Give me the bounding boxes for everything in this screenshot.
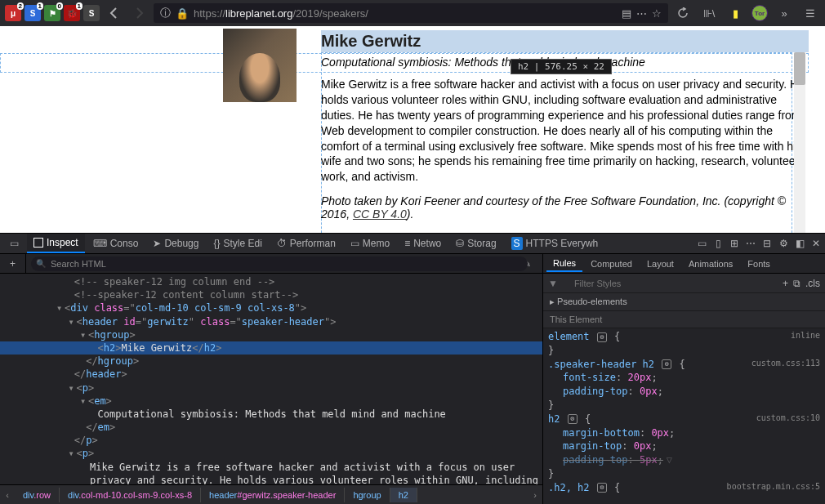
dock-icon[interactable]: ⊟	[761, 238, 773, 249]
info-icon[interactable]: ⓘ	[160, 6, 171, 20]
url-bar[interactable]: ⓘ 🔒 https://libreplanet.org/2019/speaker…	[154, 3, 668, 23]
browser-toolbar: μ2 S1 ⚑0 🐞1 S ⓘ 🔒 https://libreplanet.or…	[0, 0, 825, 26]
add-rule-icon[interactable]: +	[783, 278, 788, 289]
tab-debugger[interactable]: ➤Debugg	[146, 234, 205, 252]
reload-button[interactable]	[673, 3, 693, 23]
license-link[interactable]: CC BY 4.0	[353, 207, 407, 221]
extension-icon[interactable]: ⚑0	[44, 5, 60, 21]
funnel-icon: ▼	[548, 278, 558, 289]
rules-panel: Rules Computed Layout Animations Fonts ▼…	[543, 254, 825, 504]
bookmark-icon[interactable]: ☆	[652, 7, 662, 20]
tab-style-editor[interactable]: {}Style Edi	[207, 234, 268, 252]
library-icon[interactable]: ⊪\	[699, 3, 719, 23]
filter-styles-input[interactable]	[563, 279, 778, 288]
tab-rules[interactable]: Rules	[546, 256, 582, 272]
devtools-icon[interactable]: ▭	[696, 238, 707, 249]
page-actions-icon[interactable]: ⋯	[636, 7, 647, 20]
rules-tabs: Rules Computed Layout Animations Fonts	[543, 254, 825, 274]
overflow-icon[interactable]: »	[774, 3, 794, 23]
breadcrumb-item[interactable]: h2	[390, 488, 417, 502]
breadcrumb-item[interactable]: div.row	[15, 488, 60, 502]
devtools-panel: ▭ Inspect ⌨Conso ➤Debugg {}Style Edi ⏱Pe…	[0, 233, 825, 504]
gear-icon[interactable]: ⚙	[662, 359, 671, 369]
lock-icon: 🔒	[176, 7, 189, 20]
menu-icon[interactable]: ☰	[800, 3, 820, 23]
extension-icons: μ2 S1 ⚑0 🐞1 S	[5, 5, 100, 21]
devtools-iframe-picker[interactable]: ▭	[3, 234, 25, 252]
speaker-photo	[223, 29, 297, 102]
speaker-name: Mike Gerwitz	[321, 30, 809, 52]
override-icon: ▽	[667, 453, 672, 467]
tab-storage[interactable]: ⛁Storag	[449, 234, 502, 252]
inspector-left-panel: + ✎ <!-- speaker-12 img column end --> <…	[0, 254, 543, 504]
dock-side-icon[interactable]: ◧	[794, 238, 805, 249]
note-icon[interactable]: ▮	[725, 3, 745, 23]
html-tree[interactable]: <!-- speaker-12 img column end --> <!--s…	[0, 274, 542, 484]
tab-computed[interactable]: Computed	[584, 256, 639, 271]
pseudo-elements-row[interactable]: ▸ Pseudo-elements	[543, 293, 825, 311]
tab-console[interactable]: ⌨Conso	[87, 234, 145, 252]
toolbar-right-icons: ⊪\ ▮ Tor » ☰	[673, 3, 820, 23]
gear-icon[interactable]: ⚙	[597, 483, 607, 493]
breadcrumb-next[interactable]: ›	[528, 490, 542, 500]
url-domain: libreplanet.org	[225, 7, 292, 20]
gear-icon[interactable]: ⚙	[568, 414, 578, 424]
ext-badge: 1	[37, 2, 43, 10]
extension-icon[interactable]: S	[83, 5, 100, 21]
search-html-input[interactable]	[31, 256, 528, 271]
ext-badge: 1	[76, 2, 82, 10]
reader-mode-icon[interactable]: ▤	[622, 7, 631, 20]
breadcrumb-item[interactable]: header#gerwitz.speaker-header	[201, 488, 345, 502]
ext-badge: 2	[17, 2, 24, 10]
page-scrollbar[interactable]	[794, 52, 805, 233]
tab-layout[interactable]: Layout	[640, 256, 680, 271]
scrollbar-thumb[interactable]	[794, 52, 805, 85]
devtools-icon[interactable]: ▯	[712, 238, 724, 249]
breadcrumb-bar: ‹ div.row div.col-md-10.col-sm-9.col-xs-…	[0, 484, 542, 504]
tab-performance[interactable]: ⏱Performan	[270, 234, 342, 252]
tab-network[interactable]: ≡Netwo	[398, 234, 448, 252]
this-element-label: This Element	[543, 311, 825, 328]
extension-icon[interactable]: S1	[25, 5, 41, 21]
devtools-tabs: ▭ Inspect ⌨Conso ➤Debugg {}Style Edi ⏱Pe…	[0, 233, 825, 254]
extension-icon[interactable]: 🐞1	[64, 5, 80, 21]
ext-badge: 0	[56, 2, 63, 10]
cls-toggle[interactable]: .cls	[805, 278, 820, 289]
tab-memory[interactable]: ▭Memo	[344, 234, 396, 252]
element-tooltip: h2 | 576.25 × 22	[511, 59, 612, 74]
tab-inspector[interactable]: Inspect	[27, 234, 85, 253]
forward-button[interactable]	[129, 3, 149, 23]
devtools-more-icon[interactable]: ⋯	[745, 238, 756, 249]
page-content: h2 | 576.25 × 22 Mike Gerwitz Computatio…	[0, 26, 825, 233]
photo-credit: Photo taken by Kori Feener and courtesy …	[321, 185, 809, 221]
credit-text: ).	[407, 207, 414, 221]
devtools-settings-icon[interactable]: ⚙	[778, 238, 789, 249]
tab-https-everywhere[interactable]: SHTTPS Everywh	[505, 234, 605, 253]
tab-animations[interactable]: Animations	[682, 256, 739, 271]
responsive-mode-icon[interactable]: ⊞	[729, 238, 740, 249]
devtools-close-icon[interactable]: ✕	[810, 238, 822, 249]
breadcrumb-prev[interactable]: ‹	[0, 490, 15, 500]
back-button[interactable]	[105, 3, 124, 23]
css-rules[interactable]: element ⚙ {inline } .speaker-header h2 ⚙…	[543, 328, 825, 504]
toggle-icon[interactable]: ⧉	[793, 278, 800, 289]
speaker-bio: Mike Gerwitz is a free software hacker a…	[321, 69, 809, 185]
url-protocol: https://	[194, 7, 225, 20]
gear-icon[interactable]: ⚙	[597, 332, 607, 342]
tor-icon[interactable]: Tor	[751, 5, 768, 21]
ublock-icon[interactable]: μ2	[5, 5, 21, 21]
breadcrumb-item[interactable]: div.col-md-10.col-sm-9.col-xs-8	[60, 488, 201, 502]
breadcrumb-item[interactable]: hgroup	[345, 488, 390, 502]
tab-fonts[interactable]: Fonts	[741, 256, 777, 271]
url-path: /2019/speakers/	[292, 7, 368, 20]
add-element-button[interactable]: +	[0, 254, 26, 274]
